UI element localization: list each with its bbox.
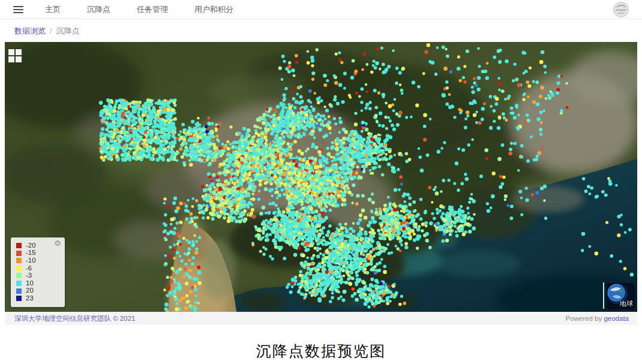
geodata-link[interactable]: geodata bbox=[604, 315, 629, 322]
nav-item-task-management[interactable]: 任务管理 bbox=[137, 4, 168, 15]
image-caption: 沉降点数据预览图 bbox=[0, 341, 642, 361]
legend-value: -3 bbox=[26, 272, 32, 279]
nav-item-subsidence-points[interactable]: 沉降点 bbox=[87, 4, 110, 15]
legend-swatch bbox=[16, 281, 22, 286]
nav-item-users-points[interactable]: 用户和积分 bbox=[194, 4, 233, 15]
legend-value: 20 bbox=[26, 287, 34, 294]
legend-rows: -20-15-10-6-3102023 bbox=[16, 242, 60, 302]
basemap-switcher-label: 地球 bbox=[620, 299, 633, 308]
globe-avatar-icon bbox=[613, 2, 629, 17]
basemap-switcher[interactable]: 地球 bbox=[607, 283, 635, 309]
legend-value: -20 bbox=[26, 242, 36, 249]
legend-value: -10 bbox=[26, 257, 36, 264]
footer-powered-by: Powered by geodata bbox=[565, 315, 629, 322]
breadcrumb: 数据浏览/沉降点 bbox=[0, 19, 642, 42]
legend-value: 10 bbox=[26, 280, 34, 287]
subsidence-dots-layer bbox=[5, 42, 637, 312]
legend-item: -10 bbox=[16, 257, 60, 264]
legend-swatch bbox=[16, 258, 22, 263]
legend-item: -15 bbox=[16, 249, 60, 257]
widget-divider-line bbox=[603, 282, 604, 309]
legend-swatch bbox=[16, 266, 22, 271]
gear-icon[interactable]: ⚙ bbox=[54, 239, 61, 247]
footer-attribution: 深圳大学地理空间信息研究团队 © 2021 bbox=[14, 314, 135, 323]
powered-by-text: Powered by bbox=[565, 315, 604, 322]
breadcrumb-current: 沉降点 bbox=[56, 26, 80, 35]
legend-swatch bbox=[16, 243, 22, 248]
grid-icon[interactable] bbox=[8, 49, 22, 62]
legend-swatch bbox=[16, 251, 22, 256]
legend-value: -6 bbox=[26, 265, 32, 272]
legend-value: -15 bbox=[26, 249, 36, 257]
legend-item: 20 bbox=[16, 287, 60, 295]
legend-value: 23 bbox=[26, 295, 34, 302]
nav-item-home[interactable]: 主页 bbox=[45, 4, 61, 15]
legend-item: -20 bbox=[16, 242, 60, 249]
top-nav: 主页 沉降点 任务管理 用户和积分 bbox=[0, 0, 642, 19]
map-view[interactable]: ⚙ -20-15-10-6-3102023 地球 bbox=[5, 42, 637, 312]
user-avatar[interactable] bbox=[613, 2, 629, 17]
legend-item: -6 bbox=[16, 264, 60, 272]
legend-swatch bbox=[16, 288, 22, 294]
breadcrumb-data-browse[interactable]: 数据浏览 bbox=[14, 26, 46, 35]
legend-item: 10 bbox=[16, 279, 60, 287]
legend-item: -3 bbox=[16, 272, 60, 280]
map-footer: 深圳大学地理空间信息研究团队 © 2021 Powered by geodata bbox=[5, 312, 637, 325]
legend-swatch bbox=[16, 296, 22, 301]
breadcrumb-separator: / bbox=[50, 26, 52, 35]
legend-swatch bbox=[16, 273, 22, 278]
legend-item: 23 bbox=[16, 294, 60, 302]
menu-icon[interactable] bbox=[13, 6, 23, 13]
map-legend: ⚙ -20-15-10-6-3102023 bbox=[11, 237, 65, 307]
